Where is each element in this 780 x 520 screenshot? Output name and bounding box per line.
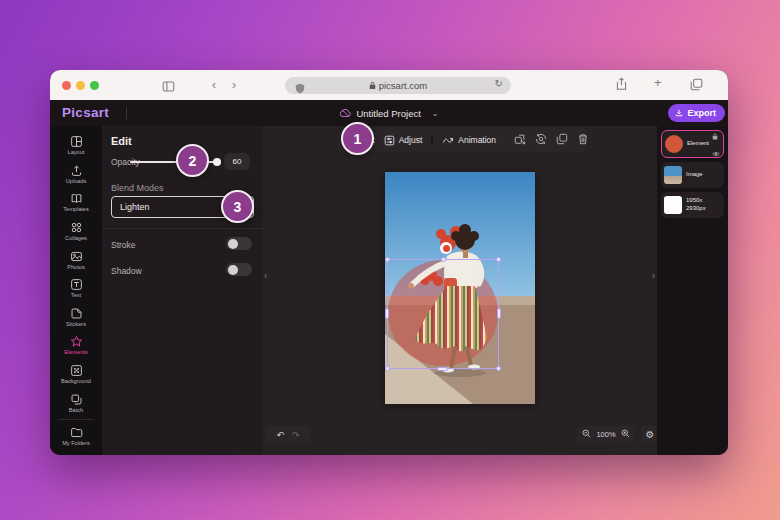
shadow-toggle-knob	[228, 265, 238, 275]
selection-handle-se[interactable]	[496, 366, 501, 371]
stroke-toggle[interactable]	[226, 237, 252, 250]
zoom-controls: 100%	[577, 426, 635, 443]
selection-handle-w[interactable]	[385, 308, 389, 319]
back-button[interactable]: ‹	[212, 78, 216, 92]
layer-name: Element	[687, 140, 709, 148]
collapse-left-panel-arrow[interactable]: ‹	[264, 270, 267, 281]
sidebar-item-background[interactable]: Background	[53, 360, 99, 389]
sidebar-item-templates[interactable]: Templates	[53, 188, 99, 217]
sidebar-item-photos[interactable]: Photos	[53, 245, 99, 274]
sidebar-item-layout[interactable]: Layout	[53, 131, 99, 160]
adjust-tool-button[interactable]: Adjust	[384, 135, 423, 146]
canvas-image[interactable]	[385, 172, 535, 404]
zoom-level-value[interactable]: 100%	[596, 430, 615, 439]
layer-name: Image	[686, 171, 703, 179]
cloud-icon	[339, 108, 351, 118]
undo-button[interactable]: ↶	[276, 430, 284, 440]
zoom-window-button[interactable]	[90, 81, 99, 90]
blend-modes-label: Blend Modes	[111, 183, 164, 193]
color-wheel-icon[interactable]	[431, 135, 433, 146]
picsart-logo[interactable]: Picsart	[62, 105, 109, 120]
layer-row-image[interactable]: Image	[661, 162, 724, 188]
adjust-sliders-icon	[384, 135, 395, 146]
sidebar-item-stickers[interactable]: Stickers	[53, 303, 99, 332]
selection-handle-sw[interactable]	[385, 366, 390, 371]
photos-icon	[70, 250, 83, 263]
stroke-label: Stroke	[111, 240, 136, 250]
layout-icon	[70, 135, 83, 148]
canvas-area: Edit Adjust Animation	[263, 126, 657, 455]
new-tab-button[interactable]: +	[654, 75, 662, 90]
upload-icon	[70, 164, 83, 177]
selection-handle-e[interactable]	[497, 308, 501, 319]
sidebar-item-uploads[interactable]: Uploads	[53, 160, 99, 189]
forward-button[interactable]: ›	[232, 78, 236, 92]
layer-row-icons	[712, 133, 720, 157]
minimize-window-button[interactable]	[76, 81, 85, 90]
annotation-step-1: 1	[341, 122, 374, 155]
collapse-right-panel-arrow[interactable]: ›	[652, 270, 655, 281]
chevron-down-icon[interactable]: ⌄	[432, 109, 439, 118]
folder-icon	[70, 426, 83, 439]
element-layer-thumbnail	[665, 135, 683, 153]
refresh-button[interactable]: ↻	[495, 78, 503, 89]
history-bar: ↶ ↷	[265, 426, 311, 443]
shadow-label: Shadow	[111, 266, 142, 276]
lock-icon	[369, 81, 376, 90]
edit-panel-divider	[102, 228, 263, 229]
shadow-toggle[interactable]	[226, 263, 252, 276]
annotation-step-3: 3	[221, 190, 254, 223]
tab-overview-icon[interactable]	[690, 77, 703, 95]
project-name: Untitled Project	[356, 108, 420, 119]
background-icon	[70, 364, 83, 377]
lock-layer-icon[interactable]	[712, 133, 718, 140]
animation-tool-button[interactable]: Animation	[442, 135, 496, 145]
element-badge-icon[interactable]	[440, 242, 452, 254]
opacity-slider-thumb[interactable]	[213, 158, 221, 166]
canvas-layer-thumbnail	[664, 196, 682, 214]
redo-button[interactable]: ↷	[292, 430, 300, 440]
text-icon	[70, 278, 83, 291]
tool-sidebar: Layout Uploads Templates Collages Photos…	[50, 126, 102, 455]
gear-icon: ⚙	[646, 429, 655, 440]
stickers-icon	[70, 307, 83, 320]
sidebar-item-my-folders[interactable]: My Folders	[53, 422, 99, 451]
selection-handle-nw[interactable]	[385, 257, 390, 262]
annotation-step-2: 2	[176, 144, 209, 177]
flip-rotate-icon[interactable]	[535, 131, 547, 149]
blend-mode-value: Lighten	[120, 202, 150, 212]
batch-icon	[70, 393, 83, 406]
app-header: Picsart Untitled Project ⌄ Export	[50, 100, 728, 126]
canvas-dimensions: 1950x 2930px	[686, 197, 706, 213]
visibility-eye-icon[interactable]	[712, 151, 720, 157]
address-bar[interactable]: picsart.com ↻	[285, 77, 511, 94]
layers-panel: Element Image 1950x 2930px	[657, 126, 728, 455]
layer-row-element[interactable]: Element	[661, 130, 724, 158]
templates-icon	[70, 192, 83, 205]
selection-handle-ne[interactable]	[496, 257, 501, 262]
sidebar-item-batch[interactable]: Batch	[53, 388, 99, 417]
selection-bounding-box[interactable]	[387, 259, 499, 369]
export-button[interactable]: Export	[668, 104, 725, 122]
duplicate-icon[interactable]	[556, 131, 568, 149]
sidebar-item-elements[interactable]: Elements	[53, 331, 99, 360]
edit-panel: Edit Opacity 60 Blend Modes Lighten Stro…	[102, 126, 263, 455]
desktop-background: ‹ › picsart.com ↻ + Picsart	[0, 0, 780, 520]
layer-row-canvas-size[interactable]: 1950x 2930px	[661, 192, 724, 218]
opacity-value-field[interactable]: 60	[224, 153, 250, 170]
collages-icon	[70, 221, 83, 234]
arrange-layers-icon[interactable]	[514, 131, 526, 149]
close-window-button[interactable]	[62, 81, 71, 90]
sidebar-toggle-icon[interactable]	[162, 79, 175, 97]
share-icon[interactable]	[615, 77, 628, 95]
selection-handle-s[interactable]	[437, 367, 448, 371]
zoom-in-icon[interactable]	[621, 429, 630, 440]
browser-chrome: ‹ › picsart.com ↻ +	[50, 70, 728, 100]
privacy-shield-icon[interactable]	[295, 80, 305, 98]
selection-handle-n[interactable]	[441, 257, 446, 262]
zoom-out-icon[interactable]	[582, 429, 591, 440]
delete-trash-icon[interactable]	[577, 131, 589, 149]
sidebar-item-text[interactable]: Text	[53, 274, 99, 303]
sidebar-item-collages[interactable]: Collages	[53, 217, 99, 246]
animation-icon	[442, 135, 454, 145]
